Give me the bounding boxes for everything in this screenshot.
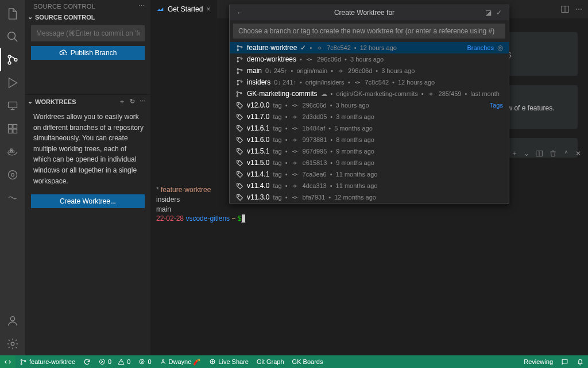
- svg-point-41: [238, 115, 239, 116]
- tag-icon: [235, 182, 243, 190]
- quickpick-item[interactable]: v11.3.0tag•bfa7931•12 months ago: [230, 191, 509, 203]
- gitlens-icon[interactable]: [0, 163, 25, 186]
- svg-point-30: [339, 70, 342, 72]
- svg-rect-9: [9, 151, 10, 152]
- create-worktree-button[interactable]: Create Worktree...: [31, 194, 145, 208]
- quickpick: ← Create Worktree for ◪ ✓ Choose a branc…: [229, 5, 509, 204]
- tag-icon: [235, 125, 243, 132]
- quickpick-reveal-icon[interactable]: ◪: [483, 7, 494, 18]
- commit-graph-icon[interactable]: [0, 186, 25, 209]
- status-user[interactable]: Dwayne 🧨: [156, 355, 206, 368]
- quickpick-item[interactable]: feature-worktree✓•7c8c542•12 hours agoBr…: [230, 42, 509, 53]
- more-icon[interactable]: ⋯: [575, 5, 582, 13]
- chevron-down-icon: ⌄: [28, 13, 33, 21]
- svg-point-0: [8, 32, 16, 40]
- svg-point-38: [430, 93, 432, 95]
- svg-point-31: [237, 80, 238, 81]
- tag-icon: [235, 113, 243, 121]
- branch-icon: [235, 67, 243, 75]
- status-bell-icon[interactable]: [572, 355, 588, 368]
- svg-point-62: [140, 359, 144, 364]
- refresh-icon[interactable]: ↻: [129, 97, 136, 106]
- more-icon[interactable]: ⋯: [138, 97, 147, 106]
- settings-gear-icon[interactable]: [0, 332, 25, 355]
- quickpick-item[interactable]: demo-worktrees•296c06d•3 hours ago: [230, 53, 509, 65]
- worktrees-description: Worktrees allow you to easily work on di…: [25, 109, 150, 192]
- close-tab-icon[interactable]: ×: [206, 5, 210, 13]
- status-sync[interactable]: [79, 355, 95, 368]
- svg-rect-4: [9, 102, 17, 108]
- status-gkboards[interactable]: GK Boards: [288, 355, 327, 368]
- tag-icon: [235, 136, 243, 144]
- svg-point-32: [237, 83, 238, 85]
- svg-point-54: [294, 185, 296, 187]
- quickpick-item[interactable]: v11.4.1tag•7ca3ea6•11 months ago: [230, 168, 509, 180]
- reveal-icon[interactable]: ◎: [497, 44, 503, 52]
- status-gitgraph[interactable]: Git Graph: [253, 355, 288, 368]
- quickpick-item[interactable]: v11.6.0tag•9973881•8 months ago: [230, 134, 509, 145]
- svg-point-34: [357, 81, 359, 83]
- quickpick-item[interactable]: main0↓ 245↑•origin/main•296c06d•3 hours …: [230, 65, 509, 76]
- svg-rect-10: [11, 151, 13, 152]
- quickpick-list: feature-worktree✓•7c8c542•12 hours agoBr…: [230, 42, 509, 203]
- quickpick-item[interactable]: v11.5.1tag•967d995•9 months ago: [230, 145, 509, 157]
- svg-point-43: [238, 126, 239, 128]
- svg-point-53: [238, 184, 239, 185]
- quickpick-input[interactable]: Choose a branch or tag to create the new…: [233, 24, 505, 39]
- trash-icon[interactable]: [549, 150, 557, 158]
- quickpick-item[interactable]: GK-marketing-commits☁•origin/GK-marketin…: [230, 88, 509, 99]
- svg-point-27: [237, 68, 238, 70]
- tag-icon: [235, 102, 243, 109]
- explorer-icon[interactable]: [0, 2, 25, 25]
- status-problems[interactable]: 0 0: [95, 355, 134, 368]
- publish-branch-button[interactable]: Publish Branch: [31, 46, 145, 60]
- docker-icon[interactable]: [0, 140, 25, 163]
- quickpick-ok-icon[interactable]: ✓: [494, 7, 504, 18]
- svg-point-39: [238, 103, 239, 105]
- status-feedback-icon[interactable]: [557, 355, 572, 368]
- more-icon[interactable]: ⋯: [138, 2, 145, 10]
- svg-rect-6: [9, 129, 13, 133]
- remote-indicator[interactable]: [0, 355, 16, 368]
- svg-point-44: [294, 127, 296, 129]
- split-editor-icon[interactable]: [560, 5, 570, 14]
- quickpick-item[interactable]: v11.4.0tag•4dca313•11 months ago: [230, 180, 509, 191]
- status-liveshare[interactable]: Live Share: [205, 355, 253, 368]
- quickpick-item[interactable]: v11.7.0tag•2d3dd05•3 months ago: [230, 111, 509, 122]
- status-reviewing[interactable]: Reviewing: [520, 355, 557, 368]
- quickpick-back-icon[interactable]: ←: [234, 7, 246, 18]
- status-ports[interactable]: 0: [134, 355, 155, 368]
- close-panel-icon[interactable]: ✕: [575, 150, 581, 158]
- svg-point-1: [8, 55, 11, 58]
- remote-explorer-icon[interactable]: [0, 94, 25, 117]
- terminal-dropdown-icon[interactable]: ⌄: [524, 150, 529, 158]
- maximize-panel-icon[interactable]: ＾: [563, 148, 570, 158]
- svg-point-48: [294, 150, 296, 152]
- commit-message-input[interactable]: [31, 25, 145, 41]
- svg-point-22: [318, 47, 320, 49]
- tab-get-started[interactable]: Get Started ×: [150, 0, 216, 18]
- extensions-icon[interactable]: [0, 117, 25, 140]
- run-debug-icon[interactable]: [0, 71, 25, 94]
- add-icon[interactable]: ＋: [118, 96, 126, 107]
- svg-point-51: [238, 172, 239, 174]
- tag-icon: [235, 194, 243, 201]
- worktrees-section-header[interactable]: ⌄ WORKTREES ＋ ↻ ⋯: [25, 95, 150, 109]
- source-control-icon[interactable]: [0, 48, 25, 71]
- search-icon[interactable]: [0, 25, 25, 48]
- svg-point-36: [237, 95, 238, 96]
- quickpick-item[interactable]: v11.5.0tag•e615813•9 months ago: [230, 157, 509, 168]
- quickpick-item[interactable]: insiders0↓ 241↑•origin/insiders•7c8c542•…: [230, 76, 509, 88]
- split-terminal-icon[interactable]: [535, 150, 543, 158]
- quickpick-item[interactable]: v12.0.0tag•296c06d•3 hours agoTags: [230, 99, 509, 111]
- account-icon[interactable]: [0, 309, 25, 332]
- terminal-new-icon[interactable]: ＋: [511, 148, 518, 158]
- svg-point-40: [294, 104, 296, 106]
- status-branch[interactable]: feature-worktree: [16, 355, 79, 368]
- svg-point-16: [11, 342, 14, 346]
- quickpick-item[interactable]: v11.6.1tag•1b484af•5 months ago: [230, 122, 509, 134]
- svg-point-15: [10, 317, 14, 321]
- tag-icon: [235, 171, 243, 178]
- svg-rect-7: [13, 129, 17, 133]
- scm-section-header[interactable]: ⌄ SOURCE CONTROL: [25, 12, 150, 23]
